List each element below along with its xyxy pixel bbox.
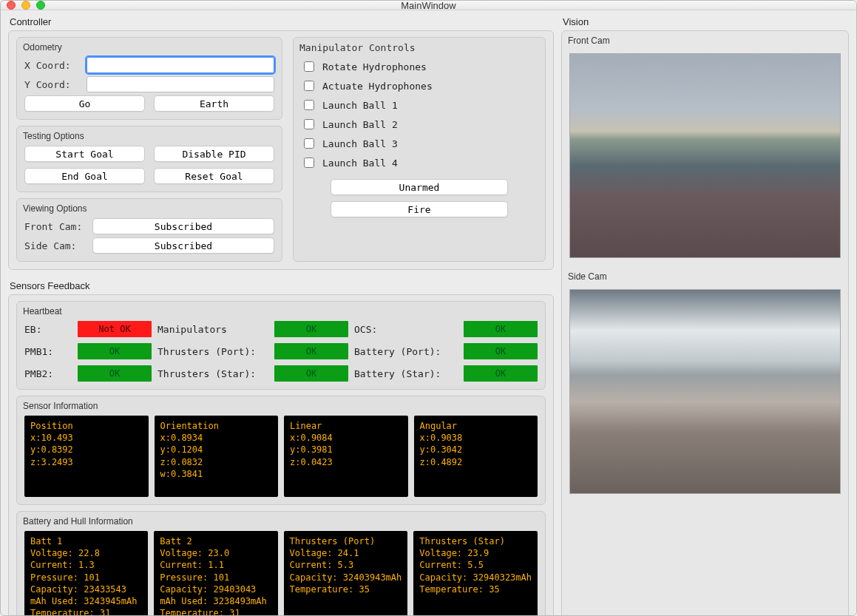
manip-checkbox-5[interactable] (304, 158, 314, 168)
start-goal-button[interactable]: Start Goal (24, 146, 145, 162)
odometry-panel: Odometry X Coord: Y Coord: Go (16, 37, 282, 120)
sensor-info-label: Sensor Information (23, 401, 536, 411)
vision-panel: Front Cam Side Cam (561, 30, 849, 616)
manip-checkbox-2[interactable] (304, 100, 314, 110)
heartbeat-status-0: Not OK (78, 321, 152, 337)
sensor-info-box-1: Orientation x:0.8934 y:0.1204 z:0.0832 w… (155, 416, 279, 497)
sensor-info-box-0: Position x:10.493 y:0.8392 z:3.2493 (24, 416, 149, 497)
heartbeat-status-7: OK (274, 365, 348, 382)
front-cam-subscribe-button[interactable]: Subscribed (92, 218, 274, 234)
unarmed-button[interactable]: Unarmed (331, 179, 508, 195)
side-cam-label: Side Cam: (24, 240, 87, 251)
y-coord-input[interactable] (87, 76, 274, 92)
heartbeat-label-4: Thrusters (Port): (157, 346, 268, 357)
sensor-info-box-2: Linear x:0.9084 y:0.3981 z:0.0423 (284, 416, 408, 497)
controller-label: Controller (10, 16, 554, 27)
heartbeat-status-6: OK (78, 365, 152, 382)
heartbeat-label-5: Battery (Port): (354, 346, 458, 357)
vision-label: Vision (563, 16, 849, 27)
heartbeat-status-4: OK (274, 343, 348, 359)
heartbeat-status-5: OK (464, 343, 538, 359)
fire-button[interactable]: Fire (331, 201, 508, 217)
heartbeat-status-3: OK (78, 343, 152, 359)
heartbeat-label-3: PMB1: (24, 346, 72, 357)
battery-panel: Battery and Hull Information Batt 1 Volt… (16, 511, 546, 616)
window-title: MainWindow (1, 0, 856, 11)
manip-checkbox-1[interactable] (304, 81, 314, 91)
heartbeat-status-2: OK (464, 321, 538, 337)
sensor-info-panel: Sensor Information Position x:10.493 y:0… (16, 396, 546, 505)
front-cam-view (569, 53, 841, 258)
heartbeat-panel: Heartbeat EB:Not OKManipulatorsOKOCS:OKP… (16, 301, 546, 390)
go-button[interactable]: Go (24, 95, 145, 112)
main-window: MainWindow Controller Odometry X Coord: (0, 0, 857, 616)
controller-panel: Odometry X Coord: Y Coord: Go (8, 30, 554, 270)
manip-option-label: Launch Ball 3 (322, 138, 398, 149)
manipulator-label: Manipulator Controls (299, 42, 536, 53)
manip-option-4: Launch Ball 3 (301, 136, 538, 151)
heartbeat-label-1: Manipulators (157, 324, 268, 335)
manip-option-label: Rotate Hydrophones (322, 61, 427, 72)
sensors-label: Sensors Feedback (10, 280, 554, 291)
heartbeat-label-0: EB: (24, 324, 72, 335)
manipulator-panel: Manipulator Controls Rotate HydrophonesA… (293, 37, 546, 262)
heartbeat-label-2: OCS: (354, 324, 458, 335)
manip-option-2: Launch Ball 1 (301, 98, 538, 112)
side-cam-view (569, 289, 841, 494)
heartbeat-label-6: PMB2: (24, 368, 72, 379)
heartbeat-label: Heartbeat (23, 306, 536, 317)
battery-box-0: Batt 1 Voltage: 22.8 Current: 1.3 Pressu… (24, 531, 148, 616)
x-coord-label: X Coord: (24, 60, 82, 71)
disable-pid-button[interactable]: Disable PID (154, 146, 274, 162)
viewing-label: Viewing Options (23, 203, 273, 214)
side-cam-subscribe-button[interactable]: Subscribed (92, 237, 274, 254)
battery-box-3: Thrusters (Star) Voltage: 23.9 Current: … (413, 531, 538, 616)
x-coord-input[interactable] (87, 57, 274, 73)
manip-option-label: Actuate Hydrophones (322, 81, 433, 92)
y-coord-label: Y Coord: (24, 79, 82, 90)
manip-option-5: Launch Ball 4 (301, 155, 538, 170)
side-cam-title: Side Cam (568, 271, 839, 282)
manip-option-label: Launch Ball 4 (322, 158, 398, 169)
heartbeat-status-8: OK (464, 365, 538, 382)
sensor-info-box-3: Angular x:0.9038 y:0.3042 z:0.4892 (414, 416, 538, 497)
testing-panel: Testing Options Start Goal Disable PID E… (16, 126, 282, 192)
heartbeat-label-8: Battery (Star): (354, 368, 458, 379)
testing-label: Testing Options (23, 131, 273, 141)
manip-option-label: Launch Ball 2 (322, 119, 398, 130)
sensors-panel: Heartbeat EB:Not OKManipulatorsOKOCS:OKP… (8, 294, 554, 616)
odometry-label: Odometry (23, 42, 273, 53)
front-cam-label: Front Cam: (24, 221, 87, 232)
battery-label: Battery and Hull Information (23, 516, 536, 527)
heartbeat-status-1: OK (274, 321, 348, 337)
manip-option-label: Launch Ball 1 (322, 100, 398, 111)
heartbeat-label-7: Thrusters (Star): (157, 368, 268, 379)
manip-checkbox-3[interactable] (304, 119, 314, 129)
manip-option-0: Rotate Hydrophones (301, 59, 538, 74)
end-goal-button[interactable]: End Goal (24, 168, 145, 184)
battery-box-1: Batt 2 Voltage: 23.0 Current: 1.1 Pressu… (154, 531, 277, 616)
manip-checkbox-4[interactable] (304, 138, 314, 149)
manip-option-1: Actuate Hydrophones (301, 78, 538, 93)
manip-checkbox-0[interactable] (304, 61, 314, 72)
earth-button[interactable]: Earth (154, 95, 274, 112)
reset-goal-button[interactable]: Reset Goal (154, 168, 274, 184)
front-cam-title: Front Cam (568, 35, 839, 46)
viewing-panel: Viewing Options Front Cam: Subscribed Si… (16, 198, 282, 262)
manip-option-3: Launch Ball 2 (301, 117, 538, 132)
battery-box-2: Thrusters (Port) Voltage: 24.1 Current: … (284, 531, 408, 616)
titlebar: MainWindow (1, 1, 856, 10)
